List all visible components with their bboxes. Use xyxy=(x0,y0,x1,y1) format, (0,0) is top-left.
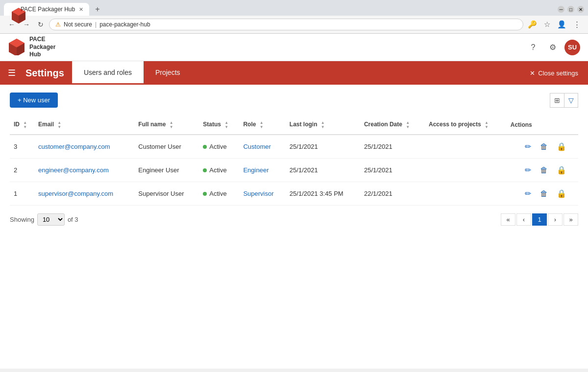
col-access[interactable]: Access to projects ▲▼ xyxy=(425,116,507,135)
col-id-label: ID xyxy=(14,121,20,128)
favicon-icon xyxy=(10,6,17,13)
cell-access xyxy=(425,159,507,182)
close-button[interactable]: ✕ xyxy=(577,6,584,13)
nav-action-icons: 🔑 ☆ 👤 ⋮ xyxy=(526,19,582,30)
table-row: 2 engineer@company.com Engineer User Act… xyxy=(10,159,578,182)
col-last-login[interactable]: Last login ▲▼ xyxy=(286,116,360,135)
address-bar[interactable]: ⚠ Not secure | pace-packager-hub xyxy=(49,19,523,30)
of-label: of 3 xyxy=(68,216,78,223)
tab-close-icon[interactable]: ✕ xyxy=(79,6,83,13)
cell-status: Active xyxy=(199,159,239,182)
first-page-button[interactable]: « xyxy=(501,213,515,226)
edit-button[interactable]: ✏ xyxy=(523,163,533,177)
app-header: PACE Packager Hub ? ⚙ SU xyxy=(0,34,588,61)
prev-page-button[interactable]: ‹ xyxy=(516,213,531,226)
refresh-button[interactable]: ↻ xyxy=(35,19,46,30)
help-button[interactable]: ? xyxy=(525,40,541,55)
cell-email[interactable]: engineer@company.com xyxy=(34,159,134,182)
cell-last-login: 25/1/2021 xyxy=(286,159,360,182)
tab-projects[interactable]: Projects xyxy=(144,61,192,85)
sort-icon-status: ▲▼ xyxy=(224,120,228,129)
col-fullname-label: Full name xyxy=(138,121,166,128)
col-status[interactable]: Status ▲▼ xyxy=(199,116,239,135)
logo-text: PACE Packager Hub xyxy=(29,36,55,59)
lock-button[interactable]: 🔒 xyxy=(555,140,568,153)
settings-bar: ☰ Settings Users and roles Projects ✕ Cl… xyxy=(0,61,588,85)
col-email[interactable]: Email ▲▼ xyxy=(34,116,134,135)
cell-status: Active xyxy=(199,182,239,206)
back-button[interactable]: ← xyxy=(6,19,18,30)
col-creation-date[interactable]: Creation Date ▲▼ xyxy=(360,116,425,135)
close-settings-button[interactable]: ✕ Close settings xyxy=(520,61,588,85)
cell-role[interactable]: Engineer xyxy=(239,159,285,182)
page-controls: « ‹ 1 › » xyxy=(501,213,578,226)
cell-last-login: 25/1/2021 xyxy=(286,135,360,159)
col-role-label: Role xyxy=(243,121,256,128)
cell-fullname: Engineer User xyxy=(134,159,199,182)
profile-icon[interactable]: 👤 xyxy=(556,19,568,30)
content-area: + New user ⊞ ▽ ID ▲▼ xyxy=(0,85,588,369)
status-label: Active xyxy=(209,166,226,174)
cell-last-login: 25/1/2021 3:45 PM xyxy=(286,182,360,206)
cell-status: Active xyxy=(199,135,239,159)
cell-creation-date: 25/1/2021 xyxy=(360,135,425,159)
cell-email[interactable]: customer@company.com xyxy=(34,135,134,159)
col-actions-label: Actions xyxy=(511,121,532,128)
delete-button[interactable]: 🗑 xyxy=(538,187,550,200)
status-label: Active xyxy=(209,143,226,150)
app-container: PACE Packager Hub ? ⚙ SU ☰ Settings xyxy=(0,34,588,369)
url-separator: | xyxy=(95,21,97,28)
status-label: Active xyxy=(209,190,226,197)
settings-icon-button[interactable]: ⚙ xyxy=(545,40,561,55)
edit-button[interactable]: ✏ xyxy=(523,187,533,200)
column-view-button[interactable]: ⊞ xyxy=(550,93,564,108)
browser-titlebar: PACE Packager Hub ✕ + ─ □ ✕ xyxy=(0,0,588,16)
next-page-button[interactable]: › xyxy=(548,213,563,226)
col-id[interactable]: ID ▲▼ xyxy=(10,116,34,135)
cell-email[interactable]: supervisor@company.com xyxy=(34,182,134,206)
table-row: 1 supervisor@company.com Supervisor User… xyxy=(10,182,578,206)
col-fullname[interactable]: Full name ▲▼ xyxy=(134,116,199,135)
tab-users-and-roles[interactable]: Users and roles xyxy=(72,61,144,85)
delete-button[interactable]: 🗑 xyxy=(538,164,550,177)
cell-role[interactable]: Supervisor xyxy=(239,182,285,206)
lock-button[interactable]: 🔒 xyxy=(555,163,568,177)
maximize-button[interactable]: □ xyxy=(567,6,574,13)
last-page-button[interactable]: » xyxy=(564,213,578,226)
filter-button[interactable]: ▽ xyxy=(564,93,578,108)
delete-button[interactable]: 🗑 xyxy=(538,140,550,153)
new-tab-button[interactable]: + xyxy=(91,3,103,16)
current-page-button[interactable]: 1 xyxy=(532,213,547,226)
col-email-label: Email xyxy=(38,121,54,128)
minimize-button[interactable]: ─ xyxy=(558,6,564,13)
more-options-icon[interactable]: ⋮ xyxy=(572,19,582,30)
col-access-label: Access to projects xyxy=(429,121,481,128)
lock-button[interactable]: 🔒 xyxy=(555,187,568,200)
bookmark-icon[interactable]: ☆ xyxy=(542,19,552,30)
cell-actions: ✏ 🗑 🔒 xyxy=(507,159,578,182)
close-settings-icon: ✕ xyxy=(530,70,535,77)
col-role[interactable]: Role ▲▼ xyxy=(239,116,285,135)
cell-creation-date: 22/1/2021 xyxy=(360,182,425,206)
content-toolbar: + New user ⊞ ▽ xyxy=(10,93,578,108)
avatar[interactable]: SU xyxy=(564,40,580,55)
cell-fullname: Supervisor User xyxy=(134,182,199,206)
security-warning-icon: ⚠ xyxy=(55,21,61,28)
hamburger-menu-button[interactable]: ☰ xyxy=(0,61,24,85)
new-user-button[interactable]: + New user xyxy=(10,93,58,108)
help-icon: ? xyxy=(531,43,536,52)
per-page-select[interactable]: 10 25 50 100 xyxy=(37,213,65,226)
key-icon[interactable]: 🔑 xyxy=(526,19,539,30)
url-text: pace-packager-hub xyxy=(99,21,150,28)
sort-icon-last-login: ▲▼ xyxy=(321,120,325,129)
close-settings-label: Close settings xyxy=(538,70,578,77)
app-logo: PACE Packager Hub xyxy=(8,36,55,59)
cell-fullname: Customer User xyxy=(134,135,199,159)
browser-tab[interactable]: PACE Packager Hub ✕ xyxy=(4,3,89,16)
forward-button[interactable]: → xyxy=(21,19,32,30)
cell-id: 2 xyxy=(10,159,34,182)
edit-button[interactable]: ✏ xyxy=(523,140,533,153)
cell-role[interactable]: Customer xyxy=(239,135,285,159)
sort-icon-role: ▲▼ xyxy=(260,120,264,129)
cell-access xyxy=(425,135,507,159)
